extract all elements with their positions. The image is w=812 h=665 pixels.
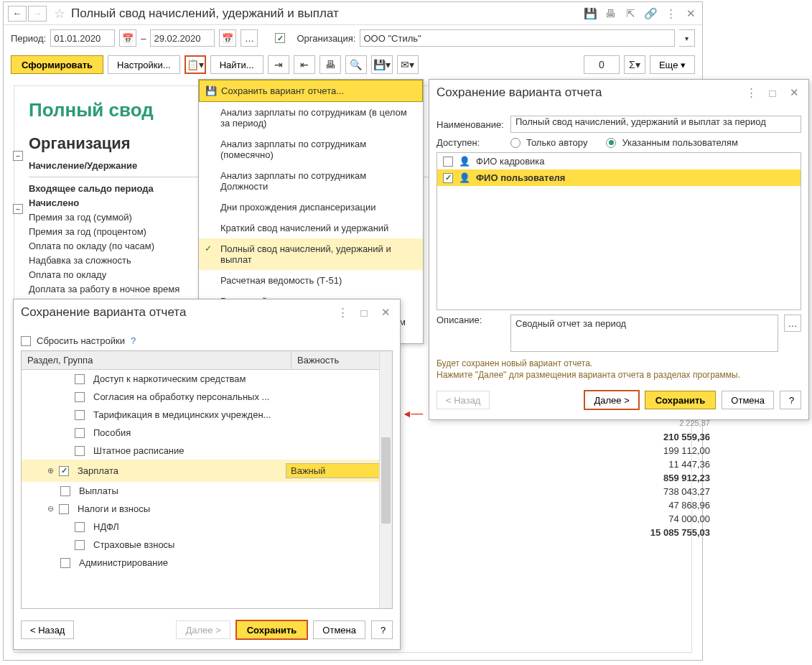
- section-checkbox[interactable]: [75, 374, 85, 384]
- org-checkbox[interactable]: ✓: [275, 33, 285, 43]
- more-icon[interactable]: ⋮: [744, 85, 758, 100]
- menu-item[interactable]: Дни прохождения диспансеризации: [199, 197, 423, 218]
- section-checkbox[interactable]: [75, 522, 85, 532]
- section-row[interactable]: Администрирование: [22, 554, 392, 572]
- section-checkbox[interactable]: [60, 486, 70, 496]
- save-disk-icon[interactable]: 💾: [583, 6, 597, 21]
- menu-item[interactable]: Краткий свод начислений и удержаний: [199, 218, 423, 238]
- maximize-icon[interactable]: □: [357, 305, 371, 320]
- titlebar: ← → ☆ Полный свод начислений, удержаний …: [4, 2, 702, 25]
- forward-button[interactable]: →: [28, 6, 47, 22]
- desc-input[interactable]: Сводный отчет за период: [510, 315, 778, 352]
- mail-button[interactable]: ✉▾: [397, 55, 419, 74]
- section-row[interactable]: ⊖Налоги и взносы: [22, 500, 392, 518]
- scrollbar[interactable]: [379, 351, 392, 608]
- calendar-from-button[interactable]: 📅: [119, 29, 136, 47]
- help-button[interactable]: ?: [371, 620, 393, 639]
- user-checkbox[interactable]: ✓: [443, 173, 453, 183]
- section-row[interactable]: Согласия на обработку персональных ...: [22, 388, 392, 406]
- section-checkbox[interactable]: [75, 446, 85, 456]
- next-button[interactable]: Далее >: [176, 620, 230, 639]
- user-row-selected[interactable]: ✓ 👤 ФИО пользователя: [437, 169, 801, 186]
- form-button[interactable]: Сформировать: [11, 55, 103, 74]
- date-to-input[interactable]: 29.02.2020: [150, 29, 215, 47]
- user-checkbox[interactable]: [443, 157, 453, 167]
- help-button[interactable]: ?: [780, 391, 801, 409]
- org-input[interactable]: ООО "Стиль": [360, 29, 675, 47]
- print-button[interactable]: 🖶: [319, 55, 341, 74]
- scrollbar-thumb[interactable]: [381, 437, 391, 524]
- menu-item[interactable]: Анализ зарплаты по сотрудникам (помесячн…: [199, 134, 423, 165]
- section-checkbox[interactable]: [60, 558, 70, 568]
- section-checkbox[interactable]: [75, 540, 85, 550]
- next-button[interactable]: Далее >: [584, 391, 638, 409]
- find-button[interactable]: Найти...: [210, 55, 263, 74]
- save-button[interactable]: Сохранить: [645, 391, 717, 409]
- col-importance-header: Важность: [291, 351, 392, 369]
- section-row[interactable]: Тарификация в медицинских учрежден...: [22, 406, 392, 424]
- star-icon[interactable]: ☆: [52, 6, 67, 21]
- calendar-to-button[interactable]: 📅: [219, 29, 236, 47]
- cancel-button[interactable]: Отмена: [722, 391, 774, 409]
- expand-icon[interactable]: ⊕: [46, 467, 55, 475]
- more-button[interactable]: Еще ▾: [650, 55, 695, 74]
- save-variant-dialog-step1: Сохранение варианта отчета ⋮ □ ✕ Наимено…: [429, 79, 809, 420]
- user-row[interactable]: 👤 ФИО кадровика: [437, 153, 801, 169]
- dialog-title: Сохранение варианта отчета: [21, 305, 335, 320]
- org-dropdown-button[interactable]: ▾: [679, 29, 695, 47]
- reset-checkbox[interactable]: [21, 336, 31, 346]
- help-link[interactable]: ?: [131, 335, 136, 346]
- menu-item-current[interactable]: ✓ Полный свод начислений, удержаний и вы…: [199, 238, 423, 270]
- back-button[interactable]: ←: [8, 6, 27, 22]
- date-from-input[interactable]: 01.01.2020: [50, 29, 115, 47]
- importance-cell[interactable]: Важный: [286, 463, 386, 478]
- expand-icon[interactable]: ⇥: [268, 55, 289, 74]
- value-cell: 199 112,00: [650, 444, 710, 457]
- section-row[interactable]: Пособия: [22, 424, 392, 442]
- section-checkbox[interactable]: [75, 428, 85, 438]
- cancel-button[interactable]: Отмена: [313, 620, 365, 639]
- collapse-icon[interactable]: ⊖: [46, 505, 55, 513]
- section-row[interactable]: Штатное расписание: [22, 442, 392, 460]
- settings-button[interactable]: Настройки...: [108, 55, 180, 74]
- menu-save-variant[interactable]: 💾 Сохранить вариант отчета...: [199, 80, 423, 102]
- section-checkbox[interactable]: [75, 410, 85, 420]
- link-icon[interactable]: 🔗: [643, 6, 658, 21]
- close-icon[interactable]: ✕: [787, 85, 801, 100]
- more-icon[interactable]: ⋮: [663, 6, 678, 21]
- section-row[interactable]: ⊕✓ЗарплатаВажный: [22, 460, 392, 482]
- tree-collapse-button-2[interactable]: −: [13, 204, 23, 214]
- period-ellipsis-button[interactable]: …: [241, 29, 258, 47]
- save-button[interactable]: 💾▾: [371, 55, 393, 74]
- zero-field[interactable]: 0: [584, 55, 620, 74]
- radio-author[interactable]: [510, 138, 521, 148]
- section-checkbox[interactable]: ✓: [59, 466, 69, 476]
- tree-collapse-button[interactable]: −: [13, 151, 23, 161]
- section-checkbox[interactable]: [75, 392, 85, 402]
- section-row[interactable]: Выплаты: [22, 482, 392, 500]
- collapse-icon[interactable]: ⇤: [294, 55, 315, 74]
- print-icon[interactable]: 🖶: [603, 6, 617, 21]
- menu-item[interactable]: Расчетная ведомость (Т-51): [199, 270, 423, 291]
- menu-item[interactable]: Анализ зарплаты по сотрудникам Должности: [199, 165, 423, 197]
- export-icon[interactable]: ⇱: [623, 6, 638, 21]
- menu-item[interactable]: Анализ зарплаты по сотрудникам (в целом …: [199, 102, 423, 134]
- user-name: ФИО кадровика: [476, 156, 545, 167]
- back-button[interactable]: < Назад: [437, 391, 490, 409]
- variants-dropdown-button[interactable]: 📋▾: [185, 55, 206, 74]
- close-icon[interactable]: ✕: [378, 305, 393, 320]
- desc-ellipsis-button[interactable]: …: [784, 315, 801, 332]
- close-icon[interactable]: ✕: [683, 6, 698, 21]
- radio-users[interactable]: [606, 138, 616, 148]
- section-row[interactable]: Страховые взносы: [22, 536, 392, 554]
- sum-button[interactable]: Σ▾: [624, 55, 645, 74]
- section-row[interactable]: НДФЛ: [22, 518, 392, 536]
- name-input[interactable]: Полный свод начислений, удержаний и выпл…: [510, 116, 801, 133]
- section-row[interactable]: Доступ к наркотическим средствам: [22, 370, 392, 388]
- preview-button[interactable]: 🔍: [345, 55, 367, 74]
- back-button[interactable]: < Назад: [21, 620, 74, 639]
- save-button[interactable]: Сохранить: [236, 620, 308, 639]
- section-checkbox[interactable]: [59, 504, 69, 514]
- more-icon[interactable]: ⋮: [335, 305, 350, 320]
- maximize-icon[interactable]: □: [765, 85, 780, 100]
